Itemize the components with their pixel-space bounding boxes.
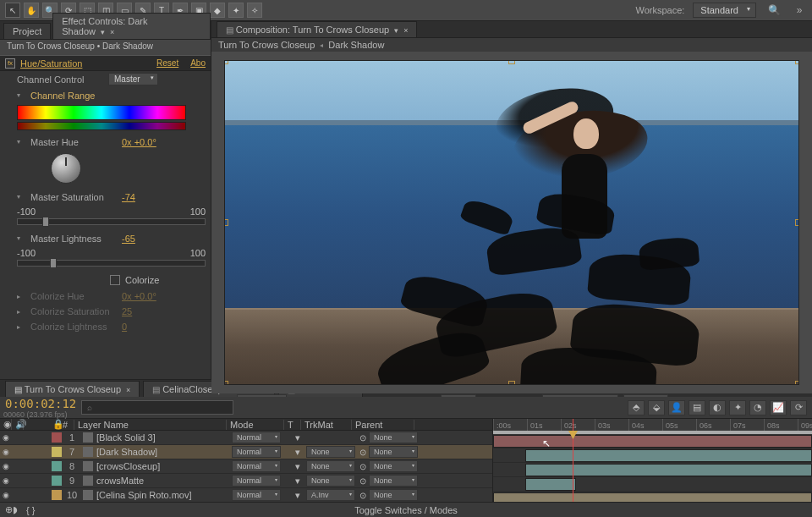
blend-mode-select[interactable]: Normal <box>232 489 281 501</box>
layer-color-swatch[interactable] <box>52 432 62 443</box>
playhead[interactable] <box>573 419 573 502</box>
parent-select[interactable]: None <box>369 432 418 443</box>
layer-row[interactable]: ◉1[Black Solid 3]Normal▾⊙None <box>0 431 492 445</box>
blend-mode-select[interactable]: Normal <box>232 460 281 472</box>
parent-pickwhip-icon[interactable]: ⊙ <box>357 448 369 457</box>
motion-blur-icon[interactable]: ◐ <box>709 400 726 415</box>
layer-row[interactable]: ◉9crowsMatteNormal▾None⊙None <box>0 474 492 488</box>
master-lightness-slider[interactable] <box>17 260 206 267</box>
col-t[interactable]: T <box>284 420 301 430</box>
visibility-toggle[interactable]: ◉ <box>0 433 12 442</box>
preserve-transparency-toggle[interactable]: ▾ <box>289 476 306 487</box>
col-trkmat[interactable]: TrkMat <box>301 420 352 430</box>
blend-mode-select[interactable]: Normal <box>232 432 281 443</box>
master-lightness-value[interactable]: -65 <box>122 234 135 244</box>
layer-name[interactable]: [crowsCloseup] <box>80 461 232 471</box>
track-row[interactable] <box>493 463 812 477</box>
timeline-search-input[interactable] <box>81 400 233 415</box>
master-saturation-value[interactable]: -74 <box>122 192 135 202</box>
layer-color-swatch[interactable] <box>52 447 62 457</box>
timeline-timecode[interactable]: 0:00:02:12 <box>5 397 76 410</box>
hide-shy-icon[interactable]: 👤 <box>668 400 685 415</box>
layer-duration-bar[interactable] <box>493 435 812 448</box>
channel-control-select[interactable]: Master <box>108 73 158 85</box>
blend-mode-select[interactable]: Normal <box>232 475 281 487</box>
layer-color-swatch[interactable] <box>52 490 62 500</box>
footer-icon[interactable]: ⊕◗ <box>5 504 18 515</box>
master-hue-dial[interactable] <box>51 153 81 184</box>
layer-color-swatch[interactable] <box>52 476 62 486</box>
parent-pickwhip-icon[interactable]: ⊙ <box>357 476 369 486</box>
layer-duration-bar[interactable] <box>525 478 576 491</box>
track-matte-select[interactable]: None <box>306 475 355 487</box>
panel-menu-icon[interactable]: » <box>792 3 807 18</box>
track-matte-select[interactable]: A.Inv <box>306 489 355 501</box>
col-layer-name[interactable]: Layer Name <box>74 420 227 430</box>
layer-name[interactable]: crowsMatte <box>80 476 232 486</box>
selection-tool-icon[interactable]: ↖ <box>5 3 20 18</box>
live-update-icon[interactable]: ⟳ <box>790 400 807 415</box>
track-row[interactable] <box>493 492 812 502</box>
comp-mini-flowchart-icon[interactable]: ⬘ <box>628 400 645 415</box>
track-row[interactable] <box>493 448 812 463</box>
twirl-icon[interactable]: ▾ <box>17 138 20 146</box>
layer-row[interactable]: ◉8[crowsCloseup]Normal▾None⊙None <box>0 459 492 474</box>
hand-tool-icon[interactable]: ✋ <box>24 3 39 18</box>
viewer-canvas[interactable] <box>224 60 799 385</box>
layer-duration-bar[interactable] <box>525 449 812 462</box>
auto-keyframe-icon[interactable]: ◔ <box>749 400 766 415</box>
effect-name[interactable]: Hue/Saturation <box>20 58 82 69</box>
crumb-item[interactable]: Dark Shadow <box>328 40 384 50</box>
col-parent[interactable]: Parent <box>352 420 414 430</box>
blend-mode-select[interactable]: Normal <box>232 446 281 458</box>
visibility-toggle[interactable]: ◉ <box>0 462 12 470</box>
preserve-transparency-toggle[interactable]: ▾ <box>289 432 306 443</box>
master-hue-value[interactable]: 0x +0.0° <box>122 137 156 147</box>
track-pane[interactable]: :00s01s02s03s04s05s06s07s08s09s ↖ <box>493 419 812 502</box>
frame-blend-icon[interactable]: ▤ <box>689 400 705 415</box>
hue-spectrum[interactable] <box>17 105 186 120</box>
track-matte-select[interactable]: None <box>306 460 355 472</box>
brainstorm-icon[interactable]: ✦ <box>729 400 746 415</box>
transform-handle[interactable] <box>224 219 228 226</box>
toggle-switches-modes[interactable]: Toggle Switches / Modes <box>354 505 458 515</box>
layer-name[interactable]: [Black Solid 3] <box>80 432 232 443</box>
preserve-transparency-toggle[interactable]: ▾ <box>289 490 306 501</box>
graph-editor-icon[interactable]: 📈 <box>770 400 787 415</box>
footer-icon[interactable]: { } <box>26 505 35 515</box>
transform-handle[interactable] <box>224 60 228 64</box>
layer-name[interactable]: [Celina Spin Roto.mov] <box>80 490 232 500</box>
parent-select[interactable]: None <box>369 475 418 487</box>
layer-name[interactable]: [Dark Shadow] <box>80 447 232 457</box>
timeline-tab[interactable]: ▤ Turn To Crows Closeup× <box>5 381 140 397</box>
effect-enable-toggle[interactable]: fx <box>5 58 15 69</box>
effect-about-link[interactable]: Abo <box>190 58 206 68</box>
visibility-toggle[interactable]: ◉ <box>0 491 12 499</box>
parent-pickwhip-icon[interactable]: ⊙ <box>357 462 369 471</box>
twirl-icon[interactable]: ▾ <box>17 234 20 242</box>
parent-pickwhip-icon[interactable]: ⊙ <box>357 491 369 500</box>
transform-handle[interactable] <box>795 60 799 64</box>
layer-color-swatch[interactable] <box>52 461 62 471</box>
puppet-tool-icon[interactable]: ✧ <box>247 3 262 18</box>
transform-handle[interactable] <box>795 381 799 385</box>
track-row[interactable] <box>493 434 812 448</box>
eraser-tool-icon[interactable]: ◆ <box>210 3 225 18</box>
transform-handle[interactable] <box>795 219 799 226</box>
transform-handle[interactable] <box>508 60 515 64</box>
composition-viewer[interactable] <box>211 52 812 393</box>
preserve-transparency-toggle[interactable]: ▾ <box>289 461 306 472</box>
track-matte-select[interactable]: None <box>306 446 355 458</box>
roto-brush-tool-icon[interactable]: ✦ <box>228 3 244 18</box>
preserve-transparency-toggle[interactable]: ▾ <box>289 447 306 458</box>
parent-pickwhip-icon[interactable]: ⊙ <box>357 433 369 443</box>
col-mode[interactable]: Mode <box>227 420 284 430</box>
effect-reset-link[interactable]: Reset <box>156 58 178 68</box>
workspace-select[interactable]: Standard <box>693 3 756 18</box>
transform-handle[interactable] <box>508 381 515 385</box>
master-saturation-slider[interactable] <box>17 218 206 225</box>
layer-duration-bar[interactable] <box>525 464 812 476</box>
tab-effect-controls[interactable]: Effect Controls: Dark Shadow▾× <box>52 13 211 39</box>
parent-select[interactable]: None <box>369 446 418 458</box>
visibility-toggle[interactable]: ◉ <box>0 476 12 485</box>
